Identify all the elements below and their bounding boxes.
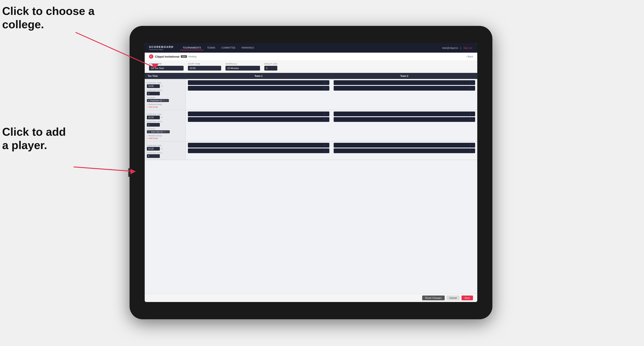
- slot-chevron-3-3[interactable]: ⌄: [472, 144, 474, 146]
- starting-hole-select-3[interactable]: 1: [147, 154, 160, 158]
- slot-x-3-1[interactable]: ✕: [324, 144, 326, 146]
- col-tee-time: Tee Time: [145, 73, 186, 79]
- course-remove-2[interactable]: ✕: [164, 131, 166, 133]
- starting-time-input-3[interactable]: [147, 147, 160, 151]
- group-1-left: STARTING TIME: ⏱ STARTING HOLE: 1 COURSE…: [145, 79, 186, 110]
- remove-group-2[interactable]: ○ Remove Group: [147, 135, 183, 137]
- slot-chevron-3-1[interactable]: ⌄: [326, 144, 328, 146]
- sign-out-link[interactable]: Sign out: [464, 47, 472, 49]
- svg-line-2: [74, 167, 136, 172]
- slot-icons-2-4: ✕ ⌄: [470, 118, 474, 121]
- tablet-device: SCOREBOARD Powered by clippd TOURNAMENTS…: [130, 26, 492, 319]
- slot-x-1-1[interactable]: ✕: [324, 82, 326, 84]
- group-row-1: STARTING TIME: ⏱ STARTING HOLE: 1 COURSE…: [145, 79, 477, 110]
- starting-hole-select-1[interactable]: 1: [147, 92, 160, 95]
- nav-rankings[interactable]: RANKINGS: [239, 45, 256, 50]
- course-name-1: Peachtree GC: [150, 99, 162, 102]
- slot-x-2-3[interactable]: ✕: [470, 113, 471, 115]
- back-button[interactable]: ‹ Back: [466, 55, 473, 58]
- slot-chevron-1-4[interactable]: ⌄: [472, 87, 474, 89]
- slot-chevron-3-2[interactable]: ⌄: [326, 150, 328, 152]
- group-2-team2: ✕ ⌄ ✕ ⌄: [332, 110, 477, 141]
- player-slot-3-2[interactable]: ✕ ⌄: [188, 148, 329, 153]
- slot-chevron-1-3[interactable]: ⌄: [472, 82, 474, 84]
- slot-chevron-2-3[interactable]: ⌄: [472, 113, 474, 115]
- time-icon-2: ⏱: [161, 117, 162, 119]
- group-row-2: STARTING TIME: ⏱ STARTING HOLE: 1 COURSE…: [145, 110, 477, 142]
- nav-teams[interactable]: TEAMS: [204, 45, 218, 50]
- save-button[interactable]: Save: [462, 296, 473, 300]
- slot-chevron-3-4[interactable]: ⌄: [472, 150, 474, 152]
- slot-chevron-1-2[interactable]: ⌄: [326, 87, 328, 89]
- course-expand-1[interactable]: ⌄: [166, 99, 168, 102]
- slot-icons-3-3: ✕ ⌄: [470, 144, 474, 146]
- group-size-select[interactable]: 3: [264, 66, 277, 71]
- nav-bar: SCOREBOARD Powered by clippd TOURNAMENTS…: [145, 43, 477, 53]
- starting-time-input-2[interactable]: [147, 116, 160, 119]
- slot-x-2-1[interactable]: ✕: [324, 113, 326, 115]
- player-slot-1-1[interactable]: ✕ ⌄: [188, 80, 329, 85]
- arrow-top: [74, 30, 164, 73]
- intervals-group: Intervals 10 Minutes: [226, 63, 260, 71]
- starting-hole-label-1: STARTING HOLE:: [147, 89, 183, 91]
- player-slot-3-3[interactable]: ✕ ⌄: [334, 143, 475, 148]
- slot-x-2-2[interactable]: ✕: [324, 118, 326, 121]
- svg-marker-3: [130, 169, 136, 174]
- course-row-1: A Peachtree GC ✕ ⌄: [147, 99, 183, 102]
- player-slot-2-3[interactable]: ✕ ⌄: [334, 112, 475, 116]
- slot-chevron-1-1[interactable]: ⌄: [326, 82, 328, 84]
- reset-button[interactable]: Reset Changes: [422, 296, 445, 300]
- start-time-input[interactable]: [188, 66, 221, 71]
- time-icon-1: ⏱: [161, 85, 162, 87]
- add-group-2[interactable]: + Add Group: [147, 137, 183, 139]
- tablet-screen: SCOREBOARD Powered by clippd TOURNAMENTS…: [145, 43, 477, 302]
- course-remove-1[interactable]: ✕: [163, 99, 165, 102]
- group-size-label: Group Size: [264, 63, 277, 65]
- group-2-team1: ✕ ⌄ ✕ ⌄: [186, 110, 332, 141]
- player-slot-2-2[interactable]: ✕ ⌄: [188, 117, 329, 122]
- starting-time-label-3: STARTING TIME:: [147, 145, 183, 147]
- slot-x-3-3[interactable]: ✕: [470, 144, 471, 146]
- starting-time-row-2: ⏱: [147, 116, 183, 119]
- course-row-2: 🏌 East Lake GC ✕ ⌄: [147, 130, 183, 133]
- player-slot-3-1[interactable]: ✕ ⌄: [188, 143, 329, 148]
- slot-icons-3-1: ✕ ⌄: [324, 144, 328, 146]
- player-slot-1-3[interactable]: ✕ ⌄: [334, 80, 475, 85]
- starting-time-row-3: ⏱: [147, 147, 183, 151]
- slot-chevron-2-2[interactable]: ⌄: [326, 118, 328, 121]
- group-1-team2: ✕ ⌄ ✕ ⌄: [332, 79, 477, 110]
- player-slot-1-2[interactable]: ✕ ⌄: [188, 86, 329, 91]
- starting-hole-select-2[interactable]: 1: [147, 123, 160, 127]
- slot-chevron-2-4[interactable]: ⌄: [472, 118, 474, 121]
- course-name-2: East Lake GC: [151, 131, 163, 133]
- course-expand-2[interactable]: ⌄: [167, 131, 168, 133]
- nav-committee[interactable]: COMMITTEE: [219, 45, 238, 50]
- hosting-label: Hosting: [188, 55, 196, 58]
- add-group-1[interactable]: + Add Group: [147, 106, 183, 108]
- slot-x-1-2[interactable]: ✕: [324, 87, 326, 89]
- arrow-bottom: [71, 158, 145, 185]
- slot-x-2-4[interactable]: ✕: [470, 118, 471, 121]
- col-team2: Team 2: [332, 73, 477, 79]
- slot-chevron-2-1[interactable]: ⌄: [326, 113, 328, 115]
- slot-x-3-2[interactable]: ✕: [324, 150, 326, 152]
- slot-x-1-4[interactable]: ✕: [470, 87, 471, 89]
- cancel-button[interactable]: Cancel: [446, 296, 460, 300]
- course-tag-1[interactable]: A Peachtree GC ✕ ⌄: [147, 99, 169, 102]
- player-slot-2-4[interactable]: ✕ ⌄: [334, 117, 475, 122]
- player-slot-2-1[interactable]: ✕ ⌄: [188, 112, 329, 116]
- course-tag-2[interactable]: 🏌 East Lake GC ✕ ⌄: [147, 130, 170, 133]
- player-slot-3-4[interactable]: ✕ ⌄: [334, 148, 475, 153]
- starting-hole-row-1: 1: [147, 92, 183, 95]
- slot-icons-1-3: ✕ ⌄: [470, 82, 474, 84]
- remove-group-1[interactable]: ○ Remove Group: [147, 103, 183, 106]
- group-2-left: STARTING TIME: ⏱ STARTING HOLE: 1 COURSE…: [145, 110, 186, 141]
- intervals-select[interactable]: 10 Minutes: [226, 66, 260, 71]
- starting-time-input-1[interactable]: [147, 84, 160, 88]
- slot-x-3-4[interactable]: ✕: [470, 150, 471, 152]
- slot-icons-2-3: ✕ ⌄: [470, 113, 474, 115]
- player-slot-1-4[interactable]: ✕ ⌄: [334, 86, 475, 91]
- app-footer: Reset Changes Cancel Save: [145, 294, 477, 302]
- nav-tournaments[interactable]: TOURNAMENTS: [180, 45, 204, 50]
- slot-x-1-3[interactable]: ✕: [470, 82, 471, 84]
